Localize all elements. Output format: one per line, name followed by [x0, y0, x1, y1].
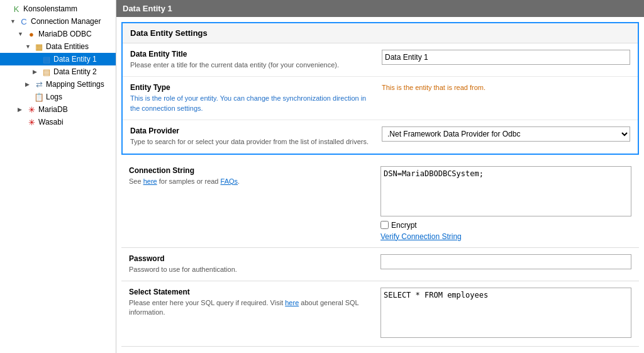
sidebar-label-data-entities: Data Entities — [46, 42, 89, 51]
select-statement-section: Select Statement Please enter here your … — [121, 281, 639, 347]
password-section: Password Password to use for authenticat… — [121, 248, 639, 281]
data-provider-row: Data Provider Type to search for or sele… — [123, 120, 638, 153]
star-icon: ✳ — [26, 117, 36, 127]
sidebar-item-mariadb[interactable]: ▶✳MariaDB — [0, 103, 116, 116]
sidebar-item-data-entity-1[interactable]: ▤Data Entity 1 — [0, 53, 116, 65]
sidebar-label-connection-manager: Connection Manager — [31, 17, 101, 26]
entity-type-value: This is the entity that is read from. — [382, 83, 486, 92]
title-bar: Data Entity 1 — [116, 0, 644, 17]
mapping-icon: ⇄ — [34, 79, 44, 89]
sidebar-item-logs[interactable]: 📋Logs — [0, 91, 116, 103]
sidebar: KKonsolenstamm▼CConnection Manager▼●Mari… — [0, 0, 116, 353]
entity-title-input[interactable] — [382, 50, 630, 65]
entity-title-desc: Please enter a title for the current dat… — [130, 60, 369, 70]
encrypt-checkbox[interactable] — [380, 221, 389, 229]
password-title: Password — [129, 254, 368, 263]
entity-type-label: Entity Type — [130, 83, 369, 92]
content-area: Data Entity Settings Data Entity Title P… — [116, 17, 644, 353]
sidebar-label-mariadb-odbc: MariaDB ODBC — [38, 30, 92, 38]
sidebar-label-mariadb: MariaDB — [38, 105, 68, 114]
sidebar-label-mapping-settings: Mapping Settings — [46, 80, 104, 89]
settings-panel: Data Entity Settings Data Entity Title P… — [121, 22, 639, 155]
connection-string-section: Connection String See here for samples o… — [121, 160, 639, 248]
logs-icon: 📋 — [34, 92, 44, 102]
entity2-icon: ▤ — [42, 67, 52, 77]
select-statement-textarea[interactable] — [380, 288, 631, 338]
entity-type-row: Entity Type This is the role of your ent… — [123, 77, 638, 120]
sidebar-label-wasabi: Wasabi — [38, 118, 64, 126]
sidebar-item-wasabi[interactable]: ✳Wasabi — [0, 116, 116, 128]
sidebar-label-logs: Logs — [46, 92, 62, 101]
connection-string-textarea[interactable] — [380, 166, 631, 216]
tree-arrow-mariadb: ▶ — [18, 106, 25, 113]
entity-title-row: Data Entity Title Please enter a title f… — [123, 43, 638, 77]
sidebar-label-konsolenstamm: Konsolenstamm — [23, 4, 77, 13]
tree-arrow-mapping-settings: ▶ — [25, 81, 33, 87]
data-provider-desc: Type to search for or select your data p… — [130, 137, 369, 147]
sidebar-label-data-entity-2: Data Entity 2 — [53, 67, 97, 76]
main-panel: Data Entity 1 Data Entity Settings Data … — [116, 0, 644, 353]
mariadb-icon: ● — [26, 29, 36, 39]
star-icon: ✳ — [26, 104, 36, 115]
password-input[interactable] — [380, 254, 631, 269]
select-statement-desc: Please enter here your SQL query if requ… — [129, 298, 368, 318]
settings-panel-header: Data Entity Settings — [123, 23, 638, 43]
entity-type-desc: This is the role of your entity. You can… — [130, 94, 369, 113]
connection-icon: C — [19, 16, 29, 26]
connection-string-title: Connection String — [129, 166, 368, 175]
entities-icon: ▦ — [34, 42, 44, 52]
select-statement-title: Select Statement — [129, 288, 368, 296]
tree-arrow-data-entity-2: ▶ — [33, 69, 40, 75]
tree-arrow-mariadb-odbc: ▼ — [18, 31, 25, 37]
encrypt-label: Encrypt — [391, 221, 417, 230]
data-provider-select[interactable]: .Net Framework Data Provider for Odbc.Ne… — [382, 126, 630, 142]
sidebar-label-data-entity-1: Data Entity 1 — [53, 55, 97, 64]
tree-arrow-connection-manager: ▼ — [10, 18, 18, 25]
sidebar-item-mapping-settings[interactable]: ▶⇄Mapping Settings — [0, 78, 116, 91]
title-bar-label: Data Entity 1 — [123, 4, 172, 13]
entity1-icon: ▤ — [42, 54, 52, 64]
verify-connection-link[interactable]: Verify Connection String — [380, 232, 631, 241]
connection-string-here-link[interactable]: here — [143, 177, 157, 185]
data-provider-label: Data Provider — [130, 126, 369, 135]
sidebar-item-data-entities[interactable]: ▼▦Data Entities — [0, 40, 116, 53]
select-here-link[interactable]: here — [285, 299, 299, 306]
konsolenstamm-icon: K — [11, 4, 21, 14]
sidebar-item-mariadb-odbc[interactable]: ▼●MariaDB ODBC — [0, 28, 116, 40]
sidebar-item-connection-manager[interactable]: ▼CConnection Manager — [0, 15, 116, 28]
sidebar-item-konsolenstamm[interactable]: KKonsolenstamm — [0, 3, 116, 15]
connection-string-desc: See here for samples or read FAQs. — [129, 177, 368, 186]
sidebar-item-data-entity-2[interactable]: ▶▤Data Entity 2 — [0, 65, 116, 78]
entity-title-label: Data Entity Title — [130, 50, 369, 59]
password-desc: Password to use for authentication. — [129, 265, 368, 274]
faqs-link[interactable]: FAQs — [221, 177, 238, 185]
tree-arrow-data-entities: ▼ — [25, 43, 33, 50]
